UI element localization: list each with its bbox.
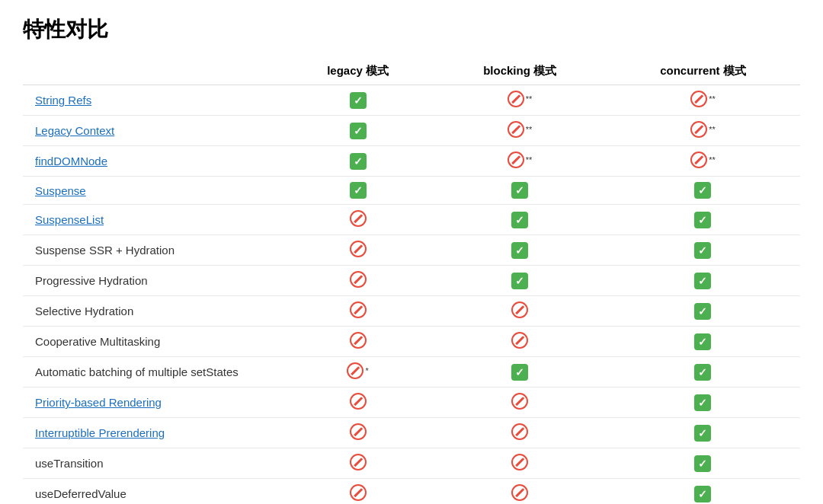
check-icon: ✓: [511, 212, 528, 228]
no-icon: [350, 301, 367, 318]
blocking-cell: **: [434, 85, 606, 116]
no-icon: [350, 484, 367, 501]
feature-cell[interactable]: Legacy Context: [23, 116, 282, 146]
check-icon: ✓: [350, 153, 367, 170]
legacy-cell: ✓: [282, 177, 434, 205]
feature-cell[interactable]: Interruptible Prerendering: [23, 418, 282, 448]
feature-cell[interactable]: SuspenseList: [23, 205, 282, 235]
check-icon: ✓: [350, 92, 367, 109]
feature-cell: useTransition: [23, 448, 282, 479]
legacy-cell: ✓: [282, 85, 434, 116]
table-row: useDeferredValue✓: [23, 479, 800, 505]
no-icon: [690, 91, 707, 107]
check-icon: ✓: [694, 242, 711, 259]
sup-text: **: [526, 125, 533, 134]
feature-cell: Suspense SSR + Hydration: [23, 235, 282, 266]
legacy-cell: [282, 448, 434, 479]
no-icon: [508, 152, 524, 168]
table-row: findDOMNode✓****: [23, 146, 800, 177]
sup-text: **: [709, 125, 716, 134]
no-icon: [690, 152, 707, 168]
concurrent-cell: ✓: [606, 205, 800, 235]
no-icon: [511, 454, 528, 471]
no-icon: [350, 210, 367, 227]
legacy-cell: [282, 327, 434, 357]
table-row: Selective Hydration✓: [23, 296, 800, 327]
concurrent-cell: **: [606, 116, 800, 146]
check-icon: ✓: [694, 182, 711, 199]
concurrent-cell: ✓: [606, 479, 800, 505]
comparison-table: legacy 模式 blocking 模式 concurrent 模式 Stri…: [23, 58, 800, 504]
concurrent-cell: ✓: [606, 177, 800, 205]
no-icon: [511, 332, 528, 349]
table-row: String Refs✓****: [23, 85, 800, 116]
concurrent-cell: ✓: [606, 327, 800, 357]
blocking-cell: **: [434, 116, 606, 146]
check-icon: ✓: [511, 273, 528, 289]
table-row: Interruptible Prerendering✓: [23, 418, 800, 448]
blocking-cell: [434, 327, 606, 357]
table-row: Legacy Context✓****: [23, 116, 800, 146]
legacy-cell: ✓: [282, 146, 434, 177]
check-icon: ✓: [350, 182, 367, 199]
concurrent-cell: ✓: [606, 357, 800, 388]
no-icon: [511, 423, 528, 440]
feature-cell[interactable]: findDOMNode: [23, 146, 282, 177]
no-icon: [511, 484, 528, 501]
concurrent-cell: ✓: [606, 235, 800, 266]
no-icon: [508, 121, 524, 138]
table-row: Priority-based Rendering✓: [23, 388, 800, 418]
no-icon: [511, 393, 528, 410]
legacy-cell: [282, 296, 434, 327]
col-header-feature: [23, 58, 282, 85]
legacy-cell: [282, 235, 434, 266]
col-header-concurrent: concurrent 模式: [606, 58, 800, 85]
legacy-cell: [282, 205, 434, 235]
check-icon: ✓: [694, 486, 711, 502]
legacy-cell: ✓: [282, 116, 434, 146]
sup-text: **: [709, 94, 716, 104]
check-icon: ✓: [694, 273, 711, 289]
check-icon: ✓: [511, 364, 528, 381]
feature-cell: Cooperative Multitasking: [23, 327, 282, 357]
no-icon: [350, 241, 367, 257]
blocking-cell: [434, 448, 606, 479]
no-icon: [350, 454, 367, 471]
no-icon: [350, 271, 367, 288]
legacy-cell: [282, 266, 434, 296]
feature-cell[interactable]: Suspense: [23, 177, 282, 205]
feature-cell[interactable]: Priority-based Rendering: [23, 388, 282, 418]
col-header-blocking: blocking 模式: [434, 58, 606, 85]
concurrent-cell: ✓: [606, 448, 800, 479]
table-row: SuspenseList✓✓: [23, 205, 800, 235]
feature-cell: useDeferredValue: [23, 479, 282, 505]
blocking-cell: ✓: [434, 266, 606, 296]
no-icon: [350, 423, 367, 440]
concurrent-cell: ✓: [606, 296, 800, 327]
table-row: Suspense✓✓✓: [23, 177, 800, 205]
feature-cell: Progressive Hydration: [23, 266, 282, 296]
sup-text: **: [526, 155, 533, 164]
concurrent-cell: **: [606, 146, 800, 177]
legacy-cell: [282, 388, 434, 418]
check-icon: ✓: [511, 242, 528, 259]
blocking-cell: [434, 388, 606, 418]
feature-cell: Selective Hydration: [23, 296, 282, 327]
sup-text: **: [526, 94, 533, 104]
concurrent-cell: ✓: [606, 418, 800, 448]
page-title: 特性对比: [23, 15, 800, 44]
blocking-cell: ✓: [434, 205, 606, 235]
check-icon: ✓: [694, 303, 711, 320]
blocking-cell: [434, 418, 606, 448]
legacy-cell: *: [282, 357, 434, 388]
sup-text: *: [365, 366, 368, 375]
concurrent-cell: ✓: [606, 388, 800, 418]
sup-text: **: [709, 155, 716, 164]
blocking-cell: **: [434, 146, 606, 177]
feature-cell[interactable]: String Refs: [23, 85, 282, 116]
check-icon: ✓: [694, 455, 711, 472]
check-icon: ✓: [694, 394, 711, 411]
blocking-cell: ✓: [434, 177, 606, 205]
no-icon: [511, 301, 528, 318]
table-row: Cooperative Multitasking✓: [23, 327, 800, 357]
